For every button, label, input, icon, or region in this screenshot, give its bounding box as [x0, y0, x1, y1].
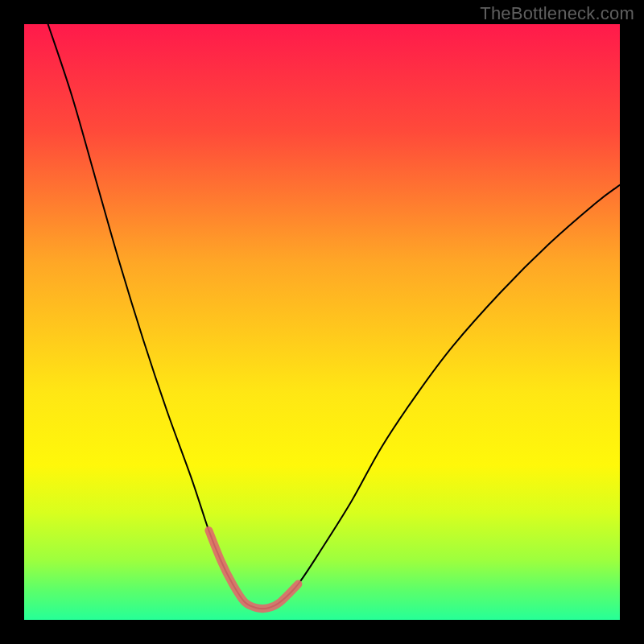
- plot-background: [24, 24, 620, 620]
- chart-frame: TheBottleneck.com: [0, 0, 644, 644]
- watermark-text: TheBottleneck.com: [480, 3, 634, 24]
- bottleneck-chart: [24, 24, 620, 620]
